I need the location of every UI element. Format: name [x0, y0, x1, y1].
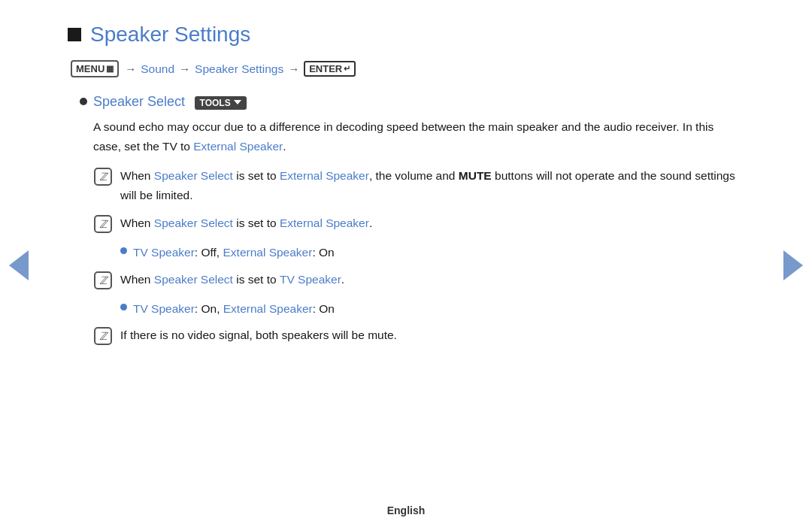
speaker-select-item: Speaker Select TOOLS: [80, 94, 744, 110]
breadcrumb-arrow-2: →: [179, 62, 190, 75]
note-icon-1: ℤ: [93, 167, 113, 186]
left-arrow-icon: [9, 250, 29, 280]
svg-text:ℤ: ℤ: [99, 218, 109, 230]
right-arrow-icon: [783, 250, 803, 280]
note-text-4: If there is no video signal, both speake…: [120, 326, 397, 345]
speaker-select-label: Speaker Select: [93, 94, 185, 109]
menu-label: MENU: [76, 63, 105, 74]
note-item-4: ℤ If there is no video signal, both spea…: [93, 326, 744, 346]
enter-label: ENTER: [309, 63, 342, 74]
note-icon-2: ℤ: [93, 214, 113, 234]
breadcrumb-arrow-3: →: [288, 62, 299, 75]
note-text-2: When Speaker Select is set to External S…: [120, 214, 372, 233]
nav-arrow-left[interactable]: [9, 250, 29, 280]
tools-badge: TOOLS: [195, 96, 247, 110]
note-text-1: When Speaker Select is set to External S…: [120, 166, 744, 204]
note-icon-4: ℤ: [93, 326, 113, 346]
nav-arrow-right[interactable]: [783, 250, 803, 280]
sub-bullet-dot-3: [120, 304, 127, 310]
bullet-dot-icon: [80, 98, 87, 105]
breadcrumb-speaker-settings: Speaker Settings: [195, 62, 283, 76]
svg-text:ℤ: ℤ: [99, 171, 109, 183]
breadcrumb-sound: Sound: [141, 62, 174, 76]
sub-bullet-text-3: TV Speaker: On, External Speaker: On: [133, 299, 335, 319]
speaker-select-label-row: Speaker Select TOOLS: [93, 94, 247, 110]
note-item-2: ℤ When Speaker Select is set to External…: [93, 214, 744, 234]
sub-bullet-3: TV Speaker: On, External Speaker: On: [120, 299, 744, 319]
note-item-3: ℤ When Speaker Select is set to TV Speak…: [93, 270, 744, 290]
svg-text:ℤ: ℤ: [99, 330, 109, 342]
footer-language: English: [387, 504, 426, 516]
section-content: Speaker Select TOOLS A sound echo may oc…: [80, 94, 744, 346]
menu-icon: MENU▦: [71, 60, 119, 77]
sub-bullet-text-2: TV Speaker: Off, External Speaker: On: [133, 243, 335, 262]
main-content: Speaker Settings MENU▦ → Sound → Speaker…: [0, 0, 812, 377]
breadcrumb: MENU▦ → Sound → Speaker Settings → ENTER…: [71, 60, 744, 77]
notes-container: ℤ When Speaker Select is set to External…: [93, 166, 744, 346]
page-title: Speaker Settings: [90, 23, 250, 47]
external-speaker-link-1: External Speaker: [193, 140, 283, 153]
title-square-icon: [68, 28, 81, 41]
svg-text:ℤ: ℤ: [99, 274, 109, 286]
sub-bullet-2: TV Speaker: Off, External Speaker: On: [120, 243, 744, 262]
sub-bullet-dot-2: [120, 247, 127, 254]
note-text-3: When Speaker Select is set to TV Speaker…: [120, 270, 344, 289]
breadcrumb-arrow-1: →: [125, 62, 136, 75]
note-item-1: ℤ When Speaker Select is set to External…: [93, 166, 744, 204]
footer: English: [0, 504, 812, 516]
title-row: Speaker Settings: [68, 23, 744, 47]
description-paragraph: A sound echo may occur due to a differen…: [93, 117, 744, 156]
enter-icon: ENTER↵: [304, 61, 356, 77]
note-icon-3: ℤ: [93, 271, 113, 290]
